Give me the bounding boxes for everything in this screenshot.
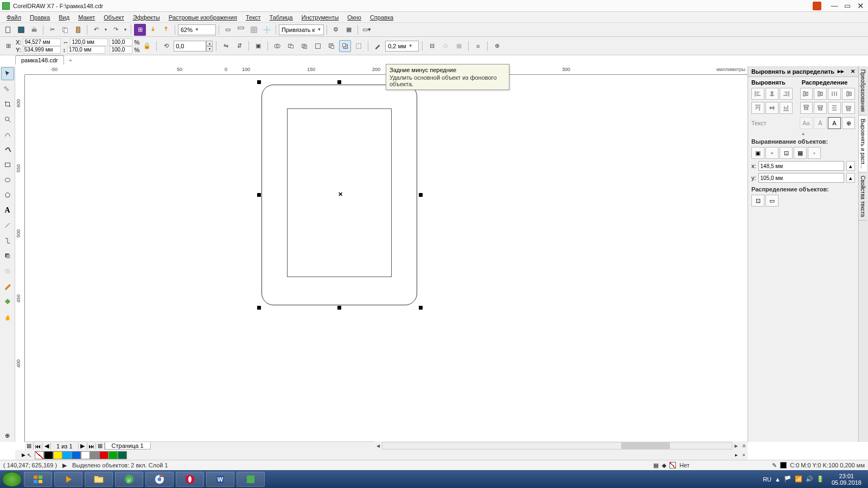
search-content-button[interactable]: ⊞ (134, 24, 146, 36)
rulers-button[interactable] (235, 24, 247, 36)
menu-file[interactable]: Файл (2, 14, 25, 21)
taskbar-chrome[interactable] (145, 472, 174, 487)
menu-layout[interactable]: Макет (74, 14, 99, 21)
print-button[interactable] (28, 24, 40, 36)
import-button[interactable] (147, 24, 159, 36)
align-to-active-button[interactable]: ▣ (751, 147, 764, 159)
zoom-combo[interactable]: 62%▼ (178, 24, 216, 35)
color-swatch[interactable] (44, 451, 53, 459)
new-tab-button[interactable]: + (66, 56, 75, 65)
y-input[interactable] (23, 46, 61, 54)
menu-window[interactable]: Окно (343, 14, 366, 21)
lock-ratio-button[interactable]: 🔒 (141, 40, 153, 52)
to-front-button[interactable]: ▣ (252, 40, 264, 52)
menu-text[interactable]: Текст (241, 14, 265, 21)
edit-bitmap-button[interactable]: ▦ (453, 40, 465, 52)
freehand-tool[interactable] (1, 128, 14, 141)
selection-handle-tl[interactable] (257, 80, 261, 84)
outline-width-combo[interactable]: 0,2 мм▼ (385, 41, 419, 52)
dist-selection-button[interactable]: ⊡ (751, 195, 764, 207)
prev-page-button[interactable]: ◀ (42, 442, 51, 450)
color-swatch[interactable] (62, 451, 72, 459)
play-icon[interactable]: ▶ (62, 462, 67, 469)
palette-expand[interactable]: » (740, 452, 748, 458)
selection-handle-br[interactable] (419, 306, 423, 310)
dist-spacing-v-button[interactable] (828, 102, 841, 114)
maximize-button[interactable]: ▭ (842, 2, 853, 10)
mirror-h-button[interactable]: ⇋ (220, 40, 232, 52)
rotation-input[interactable]: ▴▾ (174, 41, 213, 52)
height-input[interactable] (67, 46, 105, 54)
pick-tool[interactable] (1, 67, 14, 80)
selection-handle-bl[interactable] (257, 306, 261, 310)
wrap-text-button[interactable]: ⊟ (426, 40, 438, 52)
fill-none-swatch[interactable] (669, 462, 676, 468)
align-to-point-button[interactable]: ◦ (808, 147, 821, 159)
cut-button[interactable]: ✂ (46, 24, 58, 36)
crop-tool[interactable] (1, 98, 14, 111)
color-swatch[interactable] (81, 451, 90, 459)
vertical-ruler[interactable]: 600 550 500 450 400 (15, 75, 25, 442)
grid-button[interactable] (248, 24, 260, 36)
quick-customize-button[interactable]: ⊕ (491, 40, 503, 52)
welcome-button[interactable]: ▭▾ (361, 24, 373, 36)
dist-center-h-button[interactable] (814, 88, 827, 100)
options-button[interactable]: ⚙ (330, 24, 342, 36)
fullscreen-button[interactable]: ▭ (222, 24, 234, 36)
fill-status-icon[interactable]: ◆ (662, 462, 666, 469)
copy-button[interactable] (59, 24, 71, 36)
taskbar-item[interactable] (54, 472, 82, 487)
text-baseline1-button[interactable]: Aa (800, 117, 813, 129)
dist-bottom-button[interactable] (842, 102, 855, 114)
network-icon[interactable]: 📶 (795, 476, 802, 483)
menu-tools[interactable]: Инструменты (297, 14, 343, 21)
save-button[interactable] (15, 24, 27, 36)
y-spin-up[interactable]: ▴ (846, 173, 855, 183)
zoom-fit-icon[interactable]: ⊕ (740, 444, 748, 448)
menu-help[interactable]: Справка (366, 14, 398, 21)
weld-button[interactable] (271, 40, 283, 52)
ellipse-tool[interactable] (1, 174, 14, 187)
menu-object[interactable]: Объект (99, 14, 128, 21)
redo-button[interactable]: ↷ (110, 24, 122, 36)
align-bottom-button[interactable] (780, 102, 793, 114)
selection-handle-mr[interactable] (419, 193, 423, 197)
align-top-button[interactable] (751, 102, 764, 114)
outline-tool-icon[interactable]: ✎ (772, 462, 777, 469)
selection-handle-tc[interactable] (337, 80, 341, 84)
scalex-input[interactable] (110, 38, 132, 46)
menu-edit[interactable]: Правка (25, 14, 54, 21)
color-swatch[interactable] (53, 451, 62, 459)
taskbar-utorrent[interactable]: μ (115, 472, 143, 487)
boundary-button[interactable] (353, 40, 365, 52)
align-to-page-center-button[interactable]: ⊡ (780, 147, 793, 159)
mirror-v-button[interactable]: ⇵ (233, 40, 245, 52)
scroll-right-icon[interactable]: ▶ (732, 444, 740, 448)
menu-view[interactable]: Вид (54, 14, 74, 21)
taskbar-opera[interactable] (176, 472, 204, 487)
parallel-dimension-tool[interactable] (1, 219, 14, 232)
quick-customize-toolbox[interactable]: ⊕ (1, 429, 14, 442)
text-box-button[interactable]: A (828, 117, 841, 129)
new-button[interactable] (2, 24, 14, 36)
dist-right-button[interactable] (842, 88, 855, 100)
export-button[interactable] (160, 24, 172, 36)
x-spin-up[interactable]: ▴ (846, 161, 855, 171)
docker-title[interactable]: Выровнять и распределить ▸▸ ✕ (748, 66, 858, 77)
drop-shadow-tool[interactable] (1, 249, 14, 262)
color-swatch[interactable] (72, 451, 81, 459)
taskbar-explorer[interactable] (85, 472, 113, 487)
bitmap-status-icon[interactable]: ▦ (653, 462, 659, 469)
docker-tab-transform[interactable]: Преобразования (859, 66, 867, 115)
volume-icon[interactable]: 🔊 (806, 476, 813, 483)
dist-center-v-button[interactable] (814, 102, 827, 114)
close-button[interactable]: ✕ (855, 2, 866, 10)
color-swatch[interactable] (99, 451, 108, 459)
selection-handle-bc[interactable] (337, 306, 341, 310)
shape-tool[interactable] (1, 82, 14, 95)
docker-close-icon[interactable]: ✕ (851, 68, 855, 74)
taskbar-item[interactable] (24, 472, 52, 487)
undo-dropdown[interactable]: ▼ (103, 24, 108, 36)
transparency-tool[interactable] (1, 265, 14, 278)
intersect-button[interactable] (298, 40, 310, 52)
